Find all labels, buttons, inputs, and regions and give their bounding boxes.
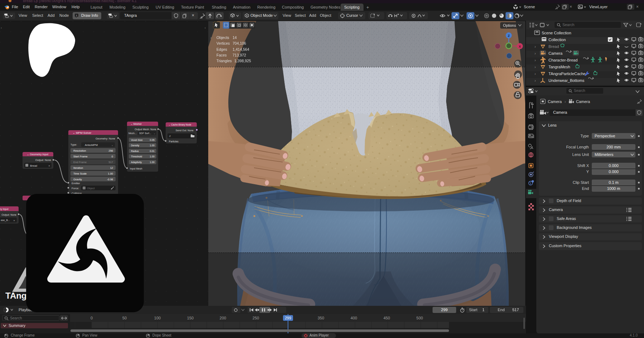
svg-text:i: i xyxy=(76,14,77,17)
svg-text:1.00: 1.00 xyxy=(150,155,155,158)
svg-text:‹: ‹ xyxy=(205,26,206,30)
svg-text:517: 517 xyxy=(108,161,113,164)
svg-text:X: X xyxy=(519,45,521,48)
svg-text:›: › xyxy=(565,100,566,104)
svg-text:Output: None: Output: None xyxy=(35,158,51,162)
svg-text:SDF Surf...: SDF Surf... xyxy=(139,132,151,134)
svg-text:TAngra: TAngra xyxy=(5,291,35,300)
svg-text:Camera: Camera xyxy=(576,99,590,104)
svg-text:Adaptivity: Adaptivity xyxy=(131,161,142,164)
svg-text:Scene Collection: Scene Collection xyxy=(542,31,571,35)
svg-text:Geometry: None: Geometry: None xyxy=(96,137,115,140)
svg-text:Density: Density xyxy=(131,144,140,147)
svg-text:Bread: Bread xyxy=(548,44,559,49)
svg-text:›: › xyxy=(535,51,536,55)
svg-text:Resolution: Resolution xyxy=(73,149,86,152)
svg-text:TangraMesh: TangraMesh xyxy=(548,65,570,69)
svg-text:Underwear_Bottoms: Underwear_Bottoms xyxy=(548,78,585,83)
svg-text:Camera: Camera xyxy=(548,99,562,104)
svg-text:×: × xyxy=(13,219,15,222)
svg-text:Radius: Radius xyxy=(131,150,139,152)
svg-text:704,106: 704,106 xyxy=(233,41,246,45)
svg-text:Gravity: Gravity xyxy=(73,178,82,181)
svg-text:713,972: 713,972 xyxy=(233,53,246,57)
svg-text:Iteration: Iteration xyxy=(73,166,83,170)
svg-text:1.00: 1.00 xyxy=(150,144,155,147)
svg-text:Emitter: Emitter xyxy=(72,182,80,185)
svg-text:›: › xyxy=(535,72,536,76)
svg-text:Input Mesh: Input Mesh xyxy=(130,167,142,170)
svg-text:⌄: ⌄ xyxy=(111,144,113,146)
svg-text:End Frame: End Frame xyxy=(73,161,87,164)
svg-text:12: 12 xyxy=(110,166,113,170)
svg-text:Output: None: Output: None xyxy=(1,214,16,216)
svg-text:Object: Object xyxy=(87,187,95,190)
svg-text:Edges: Edges xyxy=(216,47,227,52)
svg-text:Character-Bread: Character-Bread xyxy=(548,58,577,62)
svg-text:›: › xyxy=(1,26,2,30)
svg-text:Particles: Particles xyxy=(169,140,179,143)
svg-text:Faces: Faces xyxy=(216,53,227,57)
svg-text:1,414,564: 1,414,564 xyxy=(233,47,249,52)
svg-text:ry Input: ry Input xyxy=(0,208,8,211)
svg-text:Collection: Collection xyxy=(548,38,566,42)
svg-text:Time Scale: Time Scale xyxy=(73,172,87,175)
svg-text:Voxel Size: Voxel Size xyxy=(131,139,143,141)
svg-text:Triangles: Triangles xyxy=(216,59,232,63)
svg-text:-0.98: -0.98 xyxy=(107,178,113,181)
svg-text:256: 256 xyxy=(108,149,113,152)
svg-text:›: › xyxy=(535,58,536,62)
svg-text:×: × xyxy=(48,164,50,167)
svg-text:Threshold: Threshold xyxy=(131,155,142,158)
svg-text:Vertices: Vertices xyxy=(216,41,230,45)
svg-text:Objects: Objects xyxy=(216,35,229,40)
svg-text:1.00: 1.00 xyxy=(150,161,155,163)
svg-text:Camera: Camera xyxy=(548,51,563,55)
svg-text:Start Frame: Start Frame xyxy=(73,155,88,158)
svg-text:0.01: 0.01 xyxy=(150,150,155,152)
svg-text:AnisoMPM: AnisoMPM xyxy=(85,143,98,147)
svg-text:›: › xyxy=(535,78,536,83)
svg-text:⌄ Geometry Input: ⌄ Geometry Input xyxy=(27,153,49,156)
svg-text:⌄: ⌄ xyxy=(153,132,155,134)
svg-text:Mesh...: Mesh... xyxy=(128,132,137,134)
svg-text:›: › xyxy=(535,44,536,49)
svg-text:Bread: Bread xyxy=(30,164,37,167)
svg-text:14: 14 xyxy=(233,35,237,40)
svg-text:›: › xyxy=(535,65,536,69)
svg-text:Type:: Type: xyxy=(70,143,77,146)
svg-text:Collision: Collision xyxy=(72,192,82,195)
svg-text:0.05: 0.05 xyxy=(150,139,155,141)
svg-text:1,398,925: 1,398,925 xyxy=(234,59,251,63)
svg-text:TAngraParticleCache: TAngraParticleCache xyxy=(548,72,586,76)
svg-text:ase_B...: ase_B... xyxy=(1,219,10,222)
svg-text:›: › xyxy=(210,36,211,40)
svg-text:Force:: Force: xyxy=(72,187,79,190)
svg-text:⌄ MPM Solver: ⌄ MPM Solver xyxy=(73,131,92,134)
svg-text:⌄ Cache Binary Node: ⌄ Cache Binary Node xyxy=(169,123,191,126)
svg-text:Send Out: None: Send Out: None xyxy=(176,129,194,132)
svg-text:Options: Options xyxy=(503,23,516,28)
svg-text:1.00: 1.00 xyxy=(108,172,113,175)
svg-text:Z: Z xyxy=(508,34,510,38)
svg-text:⌄ Mesher: ⌄ Mesher xyxy=(131,123,142,125)
svg-text:0: 0 xyxy=(112,155,113,158)
svg-text:Output Mesh: None: Output Mesh: None xyxy=(135,128,156,131)
svg-text://: // xyxy=(169,135,171,137)
